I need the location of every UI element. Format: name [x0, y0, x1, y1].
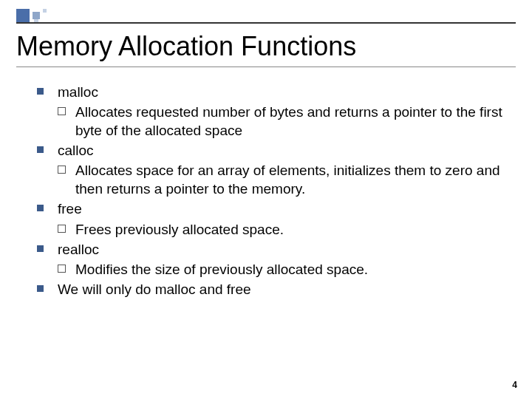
bullet-calloc-desc: Allocates space for an array of elements…	[58, 161, 510, 198]
bullet-malloc-desc: Allocates requested number of bytes and …	[58, 103, 510, 140]
bullet-malloc: malloc	[37, 83, 510, 101]
bullet-calloc: calloc	[37, 141, 510, 160]
bullet-free-desc: Frees previously allocated space.	[58, 220, 510, 239]
bullet-realloc-desc: Modifies the size of previously allocate…	[58, 260, 510, 279]
slide-title: Memory Allocation Functions	[16, 31, 356, 62]
title-rule-top	[16, 22, 516, 24]
title-rule-bottom	[16, 66, 516, 67]
bullet-free: free	[37, 200, 510, 218]
slide-body: malloc Allocates requested number of byt…	[37, 83, 510, 300]
corner-squares-icon	[16, 9, 61, 27]
page-number: 4	[512, 380, 517, 390]
bullet-realloc: realloc	[37, 240, 510, 259]
bullet-summary: We will only do malloc and free	[37, 280, 510, 299]
